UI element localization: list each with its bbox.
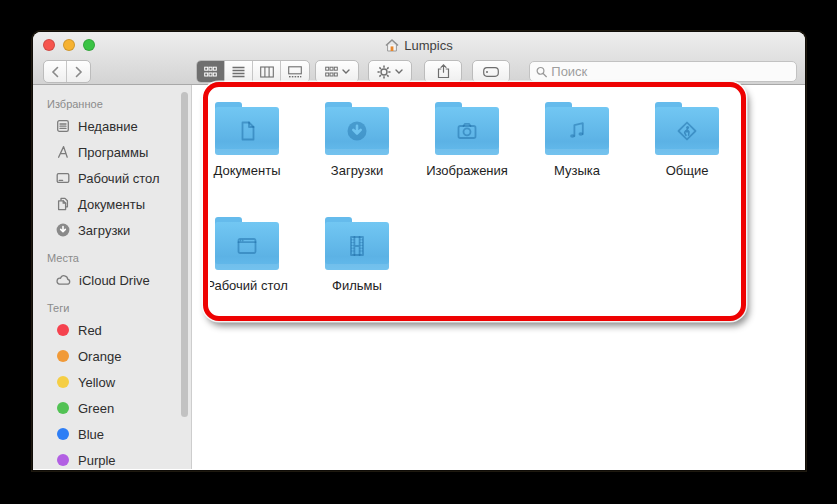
folder-label: Музыка [525,163,629,178]
zoom-button[interactable] [83,39,95,51]
view-gallery-button[interactable] [281,61,309,82]
view-list-button[interactable] [225,61,253,82]
tag-dot-blue-icon [57,428,69,440]
sidebar-item-label: Green [78,401,114,416]
film-glyph-icon [341,229,373,263]
chevron-down-icon [395,69,403,74]
share-button[interactable] [424,60,462,83]
forward-button[interactable] [67,61,90,82]
sidebar-item-tag-blue[interactable]: Blue [33,421,191,447]
folder-label: Общие [635,163,739,178]
action-button[interactable] [368,60,412,83]
sidebar-item-applications[interactable]: Программы [33,139,191,165]
sidebar-item-downloads[interactable]: Загрузки [33,217,191,243]
music-glyph-icon [561,115,593,147]
download-glyph-icon [341,115,373,147]
content-area: Документы Загрузки [192,85,805,469]
icloud-icon [55,272,72,288]
search-field[interactable] [529,61,797,82]
desktop-icon [55,170,71,186]
folder-desktop[interactable]: Рабочий стол [195,217,299,293]
folder-label: Рабочий стол [195,278,299,293]
back-button[interactable] [44,61,67,82]
sidebar-item-label: Документы [78,197,145,212]
window-chrome: Lumpics [33,32,805,85]
sidebar-item-label: Yellow [78,375,115,390]
folder-icon [215,217,279,270]
folder-public[interactable]: Общие [635,102,739,178]
folder-pictures[interactable]: Изображения [415,102,519,178]
sidebar-section-tags: Теги [33,299,191,317]
folder-icon [325,102,389,155]
tag-dot-yellow-icon [57,376,69,388]
tag-button[interactable] [472,60,510,83]
sidebar-item-label: Загрузки [78,223,130,238]
sidebar-item-tag-green[interactable]: Green [33,395,191,421]
finder-window: Lumpics [33,32,805,470]
close-button[interactable] [43,39,55,51]
sidebar: Избранное Недавние Программы [33,85,192,469]
folder-movies[interactable]: Фильмы [305,217,409,293]
sidebar-item-tag-red[interactable]: Red [33,317,191,343]
grid-view-icon [204,66,217,78]
traffic-lights [43,39,95,51]
camera-glyph-icon [450,115,484,147]
window-title-group: Lumpics [385,38,452,53]
folder-icon [545,102,609,155]
folder-icon [325,217,389,270]
sidebar-item-documents[interactable]: Документы [33,191,191,217]
gallery-view-icon [288,66,302,78]
folder-icon [435,102,499,155]
view-mode-control [196,60,310,83]
sidebar-item-label: Red [78,323,102,338]
tag-icon [483,67,499,77]
public-glyph-icon [671,115,703,147]
view-columns-button[interactable] [253,61,281,82]
tag-dot-green-icon [57,402,69,414]
folder-documents[interactable]: Документы [195,102,299,178]
home-icon [385,39,399,52]
folder-label: Изображения [415,163,519,178]
share-icon [437,64,450,79]
tag-dot-orange-icon [57,350,69,362]
tag-dot-red-icon [57,324,69,336]
group-by-button[interactable] [315,60,359,83]
sidebar-item-tag-yellow[interactable]: Yellow [33,369,191,395]
downloads-icon [55,222,71,238]
document-icon [55,196,71,212]
minimize-button[interactable] [63,39,75,51]
sidebar-item-label: Программы [78,145,148,160]
folder-downloads[interactable]: Загрузки [305,102,409,178]
nav-buttons [43,60,91,83]
sidebar-item-desktop[interactable]: Рабочий стол [33,165,191,191]
titlebar[interactable]: Lumpics [33,32,805,58]
columns-view-icon [260,66,274,78]
folder-icon [215,102,279,155]
recents-icon [55,118,71,134]
list-view-icon [232,66,245,78]
sidebar-section-favorites: Избранное [33,95,191,113]
group-grid-icon [325,66,338,78]
tag-dot-purple-icon [57,454,69,466]
folder-label: Загрузки [305,163,409,178]
sidebar-item-label: Недавние [78,119,138,134]
search-icon [536,66,547,78]
sidebar-item-recents[interactable]: Недавние [33,113,191,139]
search-input[interactable] [551,64,790,79]
sidebar-item-label: Рабочий стол [78,171,160,186]
folder-music[interactable]: Музыка [525,102,629,178]
applications-icon [55,144,71,160]
sidebar-item-tag-purple[interactable]: Purple [33,447,191,469]
gear-icon [377,65,391,79]
sidebar-item-tag-orange[interactable]: Orange [33,343,191,369]
folder-label: Документы [195,163,299,178]
window-body: Избранное Недавние Программы [33,85,805,469]
sidebar-item-label: iCloud Drive [79,273,150,288]
sidebar-section-places: Места [33,249,191,267]
sidebar-scrollbar[interactable] [181,92,188,417]
sidebar-item-label: Orange [78,349,121,364]
view-icons-button[interactable] [197,61,225,82]
sidebar-item-label: Purple [78,453,116,468]
document-glyph-icon [231,115,263,147]
sidebar-item-icloud-drive[interactable]: iCloud Drive [33,267,191,293]
